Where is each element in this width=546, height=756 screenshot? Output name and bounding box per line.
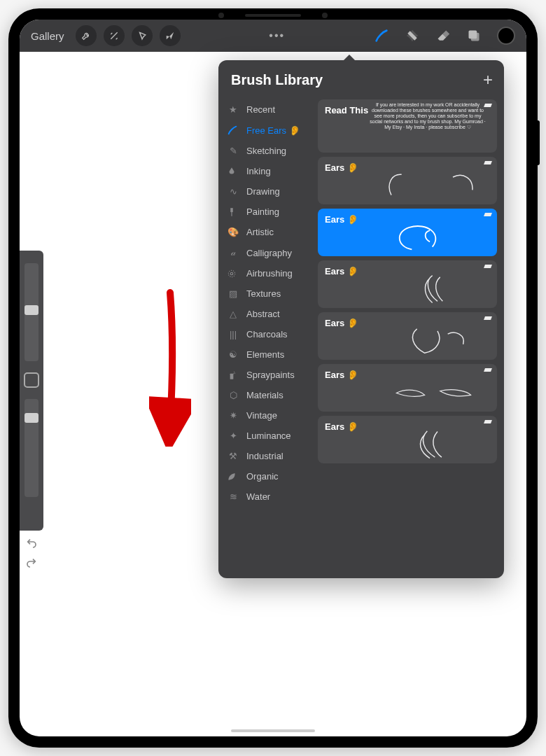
transform-move-button[interactable] (160, 25, 181, 46)
brush-preview (374, 428, 486, 459)
category-item-water[interactable]: ≋Water (218, 486, 315, 507)
brush-preview (374, 377, 486, 407)
category-label: Free Ears 👂 (246, 125, 300, 136)
svg-rect-2 (230, 208, 233, 212)
adjustments-wand-button[interactable] (104, 25, 125, 46)
annotation-arrow (149, 286, 191, 447)
device-power-button (536, 120, 540, 165)
category-item-painting[interactable]: Painting (218, 202, 315, 222)
svg-rect-3 (231, 212, 232, 216)
brush-corner-icon (484, 316, 492, 320)
popup-arrow (343, 55, 356, 61)
≋-icon: ≋ (227, 491, 239, 502)
category-item-abstract[interactable]: △Abstract (218, 304, 315, 324)
brush-corner-icon (484, 265, 492, 268)
category-item-artistic[interactable]: 🎨Artistic (218, 222, 315, 242)
⚒-icon: ⚒ (227, 451, 239, 461)
category-label: Water (246, 491, 270, 502)
svg-rect-6 (230, 373, 234, 379)
brush-card-6[interactable]: Ears 👂 (318, 416, 497, 463)
category-item-drawing[interactable]: ∿Drawing (218, 181, 315, 202)
modify-button[interactable] (24, 372, 39, 388)
leaf-icon (227, 472, 239, 482)
category-item-free-ears-[interactable]: Free Ears 👂 (218, 120, 315, 141)
category-label: Industrial (246, 451, 284, 461)
undo-button[interactable] (24, 538, 38, 549)
category-item-vintage[interactable]: ✷Vintage (218, 405, 315, 426)
color-swatch[interactable] (497, 27, 515, 45)
air-icon (227, 269, 239, 279)
toolbar-more-button[interactable]: ••• (181, 29, 374, 42)
category-item-inking[interactable]: Inking (218, 161, 315, 181)
category-label: Vintage (246, 410, 277, 421)
brush-info-text: If you are interested in my work OR acci… (367, 102, 489, 130)
brush-opacity-slider[interactable] (24, 399, 38, 497)
brush-category-list: ★RecentFree Ears 👂✎SketchingInking∿Drawi… (218, 97, 315, 580)
brush-corner-icon (484, 368, 492, 372)
brush-library-popup: Brush Library + ★RecentFree Ears 👂✎Sketc… (218, 60, 504, 578)
category-item-elements[interactable]: ☯Elements (218, 344, 315, 365)
popup-title: Brush Library (231, 72, 323, 88)
brush-corner-icon (484, 161, 492, 164)
svg-point-4 (230, 272, 233, 275)
brush-preview (374, 169, 486, 200)
actions-wrench-button[interactable] (76, 25, 97, 46)
category-label: Charcoals (246, 329, 288, 340)
brush-icon (227, 125, 239, 136)
brush-card-4[interactable]: Ears 👂 (318, 312, 497, 360)
brush-card-1[interactable]: Ears 👂 (318, 157, 497, 204)
brush-card-3[interactable]: Ears 👂 (318, 260, 497, 308)
brush-card-5[interactable]: Ears 👂 (318, 364, 497, 412)
svg-point-9 (233, 373, 234, 374)
svg-point-8 (234, 372, 235, 373)
brush-size-thumb[interactable] (24, 305, 38, 315)
top-toolbar: Gallery ••• (20, 20, 526, 52)
category-item-recent[interactable]: ★Recent (218, 99, 315, 120)
eraser-tool-icon[interactable] (435, 28, 451, 43)
category-label: Sketching (246, 146, 286, 156)
category-item-sketching[interactable]: ✎Sketching (218, 141, 315, 161)
category-item-spraypaints[interactable]: Spraypaints (218, 365, 315, 385)
category-label: Organic (246, 471, 279, 482)
category-item-luminance[interactable]: ✦Luminance (218, 426, 315, 446)
category-item-calligraphy[interactable]: 𝒶Calligraphy (218, 242, 315, 263)
brush-card-2[interactable]: Ears 👂 (318, 209, 497, 256)
brush-preview (374, 221, 486, 252)
brush-card-0[interactable]: Read ThisIf you are interested in my wor… (318, 99, 497, 153)
category-label: Materials (246, 390, 284, 400)
category-item-airbrushing[interactable]: Airbrushing (218, 263, 315, 284)
category-label: Airbrushing (246, 268, 293, 279)
✷-icon: ✷ (227, 410, 239, 421)
category-label: Spraypaints (246, 370, 295, 380)
smudge-tool-icon[interactable] (405, 28, 420, 43)
𝒶-icon: 𝒶 (227, 247, 239, 258)
category-item-organic[interactable]: Organic (218, 466, 315, 486)
✦-icon: ✦ (227, 430, 239, 441)
brush-preview (374, 273, 486, 304)
ink-icon (227, 167, 239, 176)
redo-button[interactable] (24, 557, 38, 568)
★-icon: ★ (227, 104, 239, 115)
brush-size-slider[interactable] (24, 263, 38, 361)
✎-icon: ✎ (227, 146, 239, 156)
selection-button[interactable] (132, 25, 153, 46)
brush-tool-icon[interactable] (374, 28, 389, 43)
layers-icon[interactable] (466, 28, 482, 43)
category-label: Recent (246, 104, 275, 115)
left-slider-panel (20, 251, 43, 531)
home-indicator (231, 729, 315, 732)
🎨-icon: 🎨 (227, 227, 239, 237)
category-item-materials[interactable]: ⬡Materials (218, 385, 315, 405)
add-brush-button[interactable]: + (483, 70, 493, 90)
undo-redo-group (20, 538, 43, 568)
brush-opacity-thumb[interactable] (24, 413, 38, 423)
category-item-charcoals[interactable]: |||Charcoals (218, 324, 315, 344)
gallery-button[interactable]: Gallery (27, 27, 69, 45)
svg-rect-1 (471, 33, 479, 41)
category-item-industrial[interactable]: ⚒Industrial (218, 446, 315, 466)
category-label: Luminance (246, 430, 291, 441)
∿-icon: ∿ (227, 186, 239, 197)
svg-point-7 (234, 371, 234, 372)
brush-corner-icon (484, 420, 492, 424)
category-item-textures[interactable]: ▨Textures (218, 284, 315, 304)
